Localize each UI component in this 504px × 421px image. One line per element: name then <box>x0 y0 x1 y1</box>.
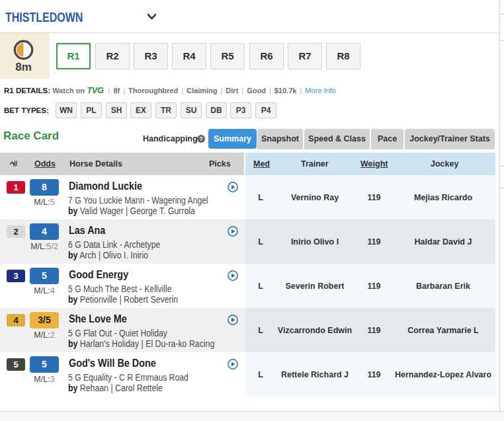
svg-text:?: ? <box>199 135 202 142</box>
